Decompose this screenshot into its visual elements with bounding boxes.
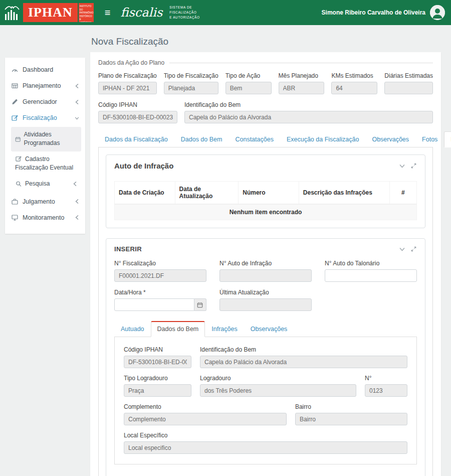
complemento-label: Complemento — [124, 403, 287, 410]
plan-legend-text: Dados da Ação do Plano — [98, 59, 164, 66]
bairro-input — [295, 413, 407, 425]
field-plano-fiscalizacao: Plano de Fiscalização — [98, 72, 157, 94]
data-hora-input[interactable] — [114, 298, 194, 311]
user-avatar-icon[interactable] — [430, 5, 445, 20]
num-auto-talonario-input[interactable] — [325, 269, 417, 282]
field-num-auto-talonario: N° Auto do Talonário — [325, 260, 417, 282]
search-icon — [15, 181, 22, 187]
sidebar-item-planejamento[interactable]: Planejamento — [5, 78, 85, 94]
chevron-down-icon — [75, 115, 79, 121]
briefcase-icon — [11, 198, 19, 205]
edit-square-icon — [15, 155, 22, 162]
sidebar-item-gerenciador[interactable]: Gerenciador — [5, 94, 85, 110]
diarias-estimadas-label: Diárias Estimadas — [384, 72, 433, 79]
bem-codigo-iphan-label: Código IPHAN — [124, 346, 191, 353]
col-descricao-infracoes: Descrição das Infrações — [299, 182, 389, 205]
mes-planejado-input — [279, 82, 325, 94]
col-data-atualizacao: Data de Atualização — [175, 182, 239, 205]
tab-execucao-da-fiscalizacao[interactable]: Execução da Fiscalização — [280, 131, 366, 147]
codigo-iphan-label: Código IPHAN — [98, 101, 177, 108]
tipo-logradouro-input — [124, 384, 191, 397]
num-fiscalizacao-input — [114, 269, 206, 282]
plano-fiscalizacao-input — [98, 82, 157, 94]
num-fiscalizacao-label: N° Fiscalização — [114, 260, 206, 267]
tipo-acao-label: Tipo de Ação — [225, 72, 272, 79]
fiscalis-brand: fiscalis — [120, 6, 162, 20]
app-header: IPHAN Instituto do Patrimônio Histórico … — [0, 0, 451, 25]
tab-dados-da-fiscalizacao[interactable]: Dados da Fiscalização — [98, 131, 174, 147]
field-diarias-estimadas: Diárias Estimadas — [384, 72, 433, 94]
chevron-left-icon — [73, 181, 77, 187]
kms-estimados-input — [331, 82, 377, 94]
sidebar-subitem-pesquisa[interactable]: Pesquisa — [11, 176, 81, 192]
sidebar-item-fiscalizacao[interactable]: Fiscalização — [5, 110, 85, 126]
col-numero: Número — [239, 182, 299, 205]
tipo-fiscalizacao-label: Tipo de Fiscalização — [164, 72, 218, 79]
sidebar-item-dashboard[interactable]: Dashboard — [5, 62, 85, 78]
iphan-logo[interactable]: IPHAN Instituto do Patrimônio Histórico … — [0, 0, 94, 25]
field-complemento: Complemento — [124, 403, 287, 425]
user-name: Simone Ribeiro Carvalho de Oliveira — [322, 9, 425, 16]
inner-tab-dados-do-bem[interactable]: Dados do Bem — [151, 321, 205, 337]
field-num-fiscalizacao: N° Fiscalização — [114, 260, 206, 282]
tab-constatacoes[interactable]: Constatações — [229, 131, 280, 147]
ultima-atualizacao-label: Última Atualização — [219, 289, 312, 296]
inner-tab-observacoes[interactable]: Observações — [244, 321, 294, 337]
iphan-ornament-icon — [3, 4, 21, 22]
field-bem-identificacao: Identificação do Bem — [200, 346, 407, 368]
user-menu[interactable]: Simone Ribeiro Carvalho de Oliveira — [322, 5, 451, 20]
documentos-tab-pane: Auto de Infração — [98, 147, 433, 476]
codigo-iphan-input — [98, 111, 177, 123]
tipo-logradouro-label: Tipo Logradouro — [124, 375, 191, 382]
local-especifico-label: Local Específico — [124, 432, 407, 439]
sidebar-subitem-cadastro-fiscalizacao-eventual[interactable]: Cadastro Fiscalização Eventual — [11, 151, 81, 176]
inserir-panel: INSERIR N° Fiscalização — [106, 238, 425, 476]
field-ultima-atualizacao: Última Atualização — [219, 289, 312, 311]
field-bairro: Bairro — [295, 403, 407, 425]
diarias-estimadas-input — [384, 82, 433, 94]
sidebar-item-label: Planejamento — [23, 82, 61, 89]
sidebar-subitem-label: Pesquisa — [25, 180, 50, 188]
page-title: Nova Fiscalização — [91, 36, 441, 47]
table-header-row: Data de Criação Data de Atualização Núme… — [115, 182, 417, 205]
sidebar-toggle-button[interactable]: ≡ — [105, 8, 111, 18]
collapse-icon[interactable] — [399, 164, 405, 169]
sidebar-subitem-atividades-programadas[interactable]: Atividades Programadas — [11, 127, 81, 151]
sidebar-item-label: Monitoramento — [23, 214, 64, 221]
numero-input — [365, 384, 407, 397]
monitor-icon — [11, 214, 19, 221]
tab-fotos[interactable]: Fotos — [415, 131, 444, 147]
sidebar-item-julgamento[interactable]: Julgamento — [5, 194, 85, 210]
logradouro-input — [200, 384, 356, 397]
bairro-label: Bairro — [295, 403, 407, 410]
tab-observacoes[interactable]: Observações — [365, 131, 415, 147]
inner-tab-infracoes[interactable]: Infrações — [205, 321, 244, 337]
system-name: Sistema de Fiscalização e Autorização — [169, 5, 199, 20]
fiscalizacao-tabs: Dados da Fiscalização Dados do Bem Const… — [98, 131, 433, 147]
sidebar: Dashboard Planejamento Gerenciador Fisca… — [5, 58, 85, 234]
expand-icon[interactable] — [410, 163, 417, 169]
calendar-button[interactable] — [194, 298, 206, 311]
empty-message: Nenhum item encontrado — [115, 204, 417, 220]
field-local-especifico: Local Específico — [124, 432, 407, 454]
tab-documentos[interactable]: Documentos — [444, 131, 451, 147]
legend-divider — [169, 63, 433, 63]
calendar-icon — [197, 302, 203, 308]
num-auto-talonario-label: N° Auto do Talonário — [325, 260, 417, 267]
dados-do-bem-pane: Código IPHAN Identificação do Bem Tipo L… — [114, 337, 417, 464]
iphan-logo-text: IPHAN — [23, 3, 78, 22]
inserir-title: INSERIR — [114, 245, 142, 253]
kms-estimados-label: KMs Estimados — [331, 72, 377, 79]
sidebar-item-monitoramento[interactable]: Monitoramento — [5, 210, 85, 226]
expand-icon[interactable] — [410, 246, 417, 252]
chevron-left-icon — [75, 215, 79, 220]
inner-tab-autuado[interactable]: Autuado — [114, 321, 151, 337]
auto-infracao-title: Auto de Infração — [114, 162, 173, 170]
field-tipo-logradouro: Tipo Logradouro — [124, 375, 191, 397]
sidebar-item-label: Dashboard — [23, 66, 53, 73]
col-actions: # — [389, 182, 416, 205]
tab-dados-do-bem[interactable]: Dados do Bem — [174, 131, 229, 147]
field-identificacao-bem: Identificação do Bem — [184, 101, 433, 123]
collapse-icon[interactable] — [399, 247, 405, 252]
logradouro-label: Logradouro — [200, 375, 356, 382]
